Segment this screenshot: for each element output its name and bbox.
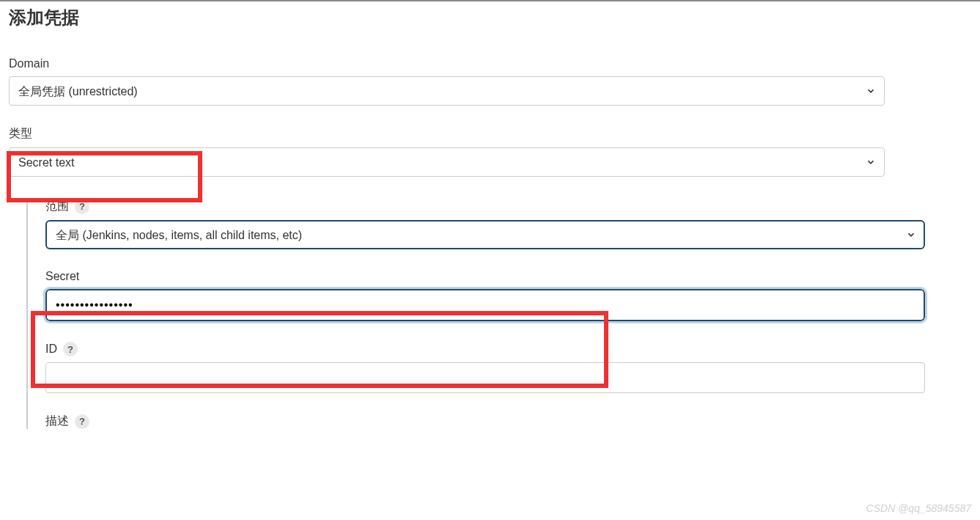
scope-label: 范围 <box>45 199 69 214</box>
domain-select[interactable]: 全局凭据 (unrestricted) <box>9 76 885 106</box>
help-icon[interactable]: ? <box>75 199 89 214</box>
description-label-row: 描述 ? <box>45 414 928 429</box>
help-icon[interactable]: ? <box>75 414 89 429</box>
credentials-form: Domain 全局凭据 (unrestricted) 类型 Secret tex… <box>0 57 980 429</box>
type-details-block: 范围 ? 全局 (Jenkins, nodes, items, all chil… <box>26 199 928 429</box>
scope-label-row: 范围 ? <box>45 199 928 214</box>
secret-label: Secret <box>45 270 928 283</box>
description-label: 描述 <box>45 414 69 429</box>
id-label-row: ID ? <box>45 342 928 356</box>
id-label: ID <box>45 343 57 356</box>
page-title: 添加凭据 <box>0 0 980 37</box>
type-label: 类型 <box>9 126 971 142</box>
secret-input[interactable] <box>45 289 925 321</box>
scope-select[interactable]: 全局 (Jenkins, nodes, items, all child ite… <box>45 220 925 249</box>
type-select[interactable]: Secret text <box>9 147 885 177</box>
help-icon[interactable]: ? <box>63 342 78 356</box>
watermark: CSDN @qq_58945587 <box>866 502 971 514</box>
id-input[interactable] <box>45 362 925 393</box>
domain-label: Domain <box>9 57 971 70</box>
